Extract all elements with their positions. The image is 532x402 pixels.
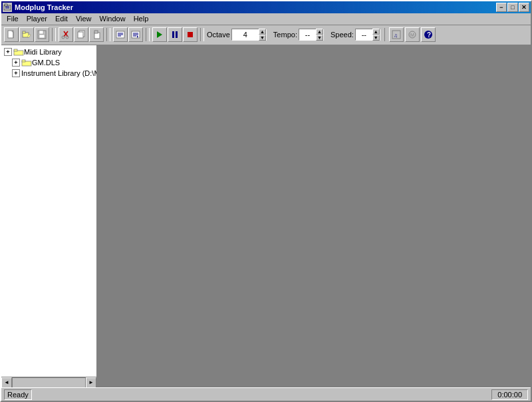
svg-rect-32 xyxy=(188,32,193,37)
sep1b xyxy=(55,28,56,41)
tree-label-gm-dls: GM.DLS xyxy=(32,59,60,67)
tree-item-instrument-library[interactable]: + Instrument Library (D:\MI xyxy=(3,68,95,79)
svg-marker-29 xyxy=(157,31,162,38)
tree-label-midi-library: Midi Library xyxy=(24,48,62,56)
menu-edit[interactable]: Edit xyxy=(51,13,72,24)
tree-item-gm-dls[interactable]: + GM.DLS xyxy=(3,57,95,68)
menu-help[interactable]: Help xyxy=(130,13,153,24)
paste-button[interactable] xyxy=(89,27,104,42)
expander-instrument-library[interactable]: + xyxy=(12,69,20,77)
play-button[interactable] xyxy=(152,27,167,42)
file-toolbar-group xyxy=(4,27,49,42)
pattern-prev-button[interactable] xyxy=(113,27,128,42)
octave-spinner[interactable]: 4 ▲ ▼ xyxy=(231,29,267,41)
open-button[interactable] xyxy=(19,27,34,42)
sidebar: + Midi Library + GM.DLS xyxy=(1,45,98,388)
tree-view[interactable]: + Midi Library + GM.DLS xyxy=(1,45,96,377)
sep7 xyxy=(384,28,385,41)
minimize-button[interactable]: − xyxy=(496,3,507,12)
tempo-spinner-group: Tempo: -- ▲ ▼ xyxy=(273,29,324,41)
speed-spinner[interactable]: -- ▲ ▼ xyxy=(355,29,380,41)
save-button[interactable] xyxy=(35,27,49,42)
speed-label: Speed: xyxy=(331,31,354,39)
octave-down-button[interactable]: ▼ xyxy=(259,35,266,41)
svg-rect-11 xyxy=(39,35,45,38)
copy-button[interactable] xyxy=(74,27,88,42)
speed-spinner-group: Speed: -- ▲ ▼ xyxy=(331,29,380,41)
new-button[interactable] xyxy=(4,27,19,42)
sep2 xyxy=(106,28,107,41)
speed-down-button[interactable]: ▼ xyxy=(372,35,380,41)
sep2b xyxy=(110,28,110,41)
sep4b xyxy=(203,28,204,41)
expander-gm-dls[interactable]: + xyxy=(12,59,20,67)
status-text: Ready xyxy=(4,389,32,400)
tempo-arrows: ▲ ▼ xyxy=(316,29,323,41)
stop-button[interactable] xyxy=(183,27,198,42)
cut-button[interactable] xyxy=(59,27,73,42)
title-bar: Modplug Tracker − □ ✕ xyxy=(1,1,531,13)
tree-label-instrument-library: Instrument Library (D:\MI xyxy=(21,69,96,77)
svg-rect-40 xyxy=(14,49,17,51)
svg-rect-30 xyxy=(172,31,174,38)
pattern-next-button[interactable] xyxy=(128,27,143,42)
tempo-label: Tempo: xyxy=(273,31,297,39)
vst-button[interactable]: ♫ xyxy=(389,27,404,42)
menu-file[interactable]: File xyxy=(3,13,23,24)
pause-button[interactable] xyxy=(168,27,182,42)
pattern-toolbar-group xyxy=(113,27,143,42)
tempo-up-button[interactable]: ▲ xyxy=(316,29,323,35)
svg-rect-10 xyxy=(39,31,43,34)
window-frame: Modplug Tracker − □ ✕ File Player Edit V… xyxy=(0,0,532,402)
close-button[interactable]: ✕ xyxy=(519,3,529,12)
octave-label: Octave xyxy=(207,31,230,39)
svg-rect-42 xyxy=(22,60,25,62)
speed-up-button[interactable]: ▲ xyxy=(372,29,380,35)
menu-player[interactable]: Player xyxy=(23,13,51,24)
maximize-button[interactable]: □ xyxy=(507,3,518,12)
edit-toolbar-group xyxy=(59,27,104,42)
menu-window[interactable]: Window xyxy=(96,13,130,24)
status-bar: Ready 0:00:00 xyxy=(1,387,531,401)
sep4 xyxy=(200,28,201,41)
sep3 xyxy=(146,28,146,41)
svg-rect-1 xyxy=(5,4,7,6)
folder-icon-midi-library xyxy=(13,48,24,56)
transport-toolbar-group xyxy=(152,27,198,42)
sep1 xyxy=(52,28,53,41)
menu-view[interactable]: View xyxy=(72,13,96,24)
tree-item-midi-library[interactable]: + Midi Library xyxy=(3,47,95,57)
scroll-left-button[interactable]: ◄ xyxy=(1,377,12,388)
scroll-right-button[interactable]: ► xyxy=(86,377,96,388)
octave-value: 4 xyxy=(232,31,259,39)
tempo-down-button[interactable]: ▼ xyxy=(316,35,323,41)
sidebar-hscroll[interactable]: ◄ ► xyxy=(1,377,96,387)
help-button[interactable]: ? xyxy=(421,27,436,42)
midi-button[interactable]: M xyxy=(405,27,420,42)
menu-bar: File Player Edit View Window Help xyxy=(1,13,531,25)
svg-text:?: ? xyxy=(427,31,431,39)
svg-rect-7 xyxy=(23,31,25,33)
scroll-track[interactable] xyxy=(12,377,86,388)
content-area xyxy=(98,45,531,388)
title-bar-left: Modplug Tracker xyxy=(3,3,73,12)
folder-icon-gm-dls xyxy=(21,59,32,67)
title-bar-text: Modplug Tracker xyxy=(15,3,73,11)
sep3b xyxy=(149,28,150,41)
octave-up-button[interactable]: ▲ xyxy=(259,29,266,35)
svg-rect-31 xyxy=(176,31,178,38)
svg-text:M: M xyxy=(410,33,414,37)
expander-midi-library[interactable]: + xyxy=(4,48,12,56)
svg-rect-17 xyxy=(78,32,83,38)
speed-value: -- xyxy=(356,31,372,39)
title-bar-buttons: − □ ✕ xyxy=(496,3,529,12)
octave-arrows: ▲ ▼ xyxy=(259,29,266,41)
svg-rect-19 xyxy=(94,31,98,33)
main-area: + Midi Library + GM.DLS xyxy=(1,45,531,388)
tempo-spinner[interactable]: -- ▲ ▼ xyxy=(299,29,324,41)
app-icon xyxy=(3,3,12,12)
tempo-value: -- xyxy=(299,31,316,39)
svg-text:♫: ♫ xyxy=(394,33,398,39)
status-time: 0:00:00 xyxy=(491,389,528,400)
octave-spinner-group: Octave 4 ▲ ▼ xyxy=(207,29,267,41)
